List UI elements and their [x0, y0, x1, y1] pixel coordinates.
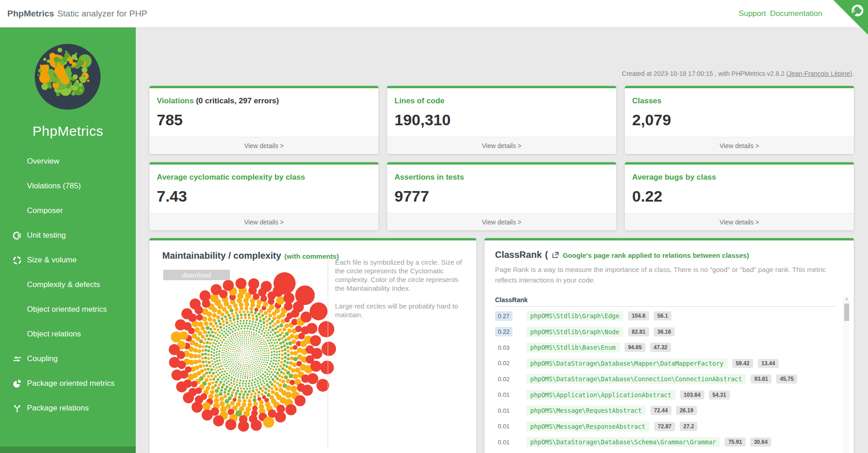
- table-row[interactable]: 0.27 phpOMS\Stdlib\Graph\Edge 104.6 56.1: [495, 308, 843, 324]
- classrank-subtitle-link[interactable]: Google's page rank applied to relations …: [563, 251, 749, 259]
- stat-card-title-row: Violations (0 criticals, 297 errors): [149, 88, 378, 106]
- created-at-line: Created at 2023-10-18 17:00:15 , with PH…: [622, 70, 854, 77]
- stat-card-title-row: Average cyclomatic complexity by class: [149, 165, 378, 182]
- view-details-link[interactable]: View details >: [625, 137, 854, 154]
- view-details-link[interactable]: View details >: [625, 213, 854, 230]
- classrank-value: 0.02: [495, 374, 512, 384]
- author-link[interactable]: Jean-François Lépine: [788, 70, 850, 77]
- maintainability-panel: Maintainability / complexity (with comme…: [149, 238, 476, 453]
- classrank-value: 0.01: [495, 437, 512, 447]
- class-name-link[interactable]: phpOMS\Stdlib\Graph\Edge: [526, 311, 623, 321]
- view-details-link[interactable]: View details >: [387, 137, 616, 154]
- sidebar-item[interactable]: Composer: [0, 198, 136, 223]
- sidebar-item[interactable]: Coupling: [0, 346, 136, 371]
- scrollbar-thumb[interactable]: [844, 304, 849, 321]
- stat-card-title-row: Average bugs by class: [625, 165, 854, 182]
- class-name-link[interactable]: phpOMS\Message\ResponseAbstract: [526, 421, 650, 432]
- table-row[interactable]: 0.02 phpOMS\DataStorage\Database\Connect…: [495, 371, 843, 387]
- stat-card-title: Violations: [157, 96, 194, 105]
- view-details-link[interactable]: View details >: [387, 213, 616, 230]
- classrank-column-header: ClassRank: [495, 296, 836, 307]
- coupling-icon: [12, 354, 27, 364]
- maintainability-title-row: Maintainability / complexity (with comme…: [162, 250, 339, 261]
- classrank-value: 0.02: [495, 358, 512, 368]
- sidebar-item[interactable]: Unit testing: [0, 223, 136, 248]
- view-details-link[interactable]: View details >: [149, 137, 378, 154]
- scrollbar-up-arrow[interactable]: ∧: [844, 295, 850, 303]
- table-row[interactable]: 0.01 phpOMS\Application\ApplicationAbstr…: [495, 387, 843, 403]
- stat-card-title-row: Classes: [625, 88, 854, 106]
- table-row[interactable]: 0.01 phpOMS\Message\RequestAbstract 72.4…: [495, 403, 843, 419]
- maintainability-bubble-chart[interactable]: [149, 263, 351, 453]
- download-button[interactable]: download: [163, 270, 230, 280]
- sidebar-item[interactable]: Object oriented metrics: [0, 297, 136, 322]
- class-name-link[interactable]: phpOMS\DataStorage\Database\Connection\C…: [526, 374, 746, 384]
- maintainability-title: Maintainability / complexity: [162, 250, 281, 261]
- stat-card-title: Average bugs by class: [632, 173, 716, 181]
- stat-card: Average bugs by class 0.22 View details …: [625, 162, 854, 230]
- sidebar-item[interactable]: Package oriented metrics: [0, 371, 136, 396]
- stat-card-title-row: Lines of code: [387, 88, 616, 106]
- app-title: PhpMetrics: [7, 9, 54, 19]
- documentation-link[interactable]: Documentation: [770, 9, 822, 18]
- stat-card: Average cyclomatic complexity by class 7…: [149, 162, 378, 230]
- table-row[interactable]: 0.22 phpOMS\Stdlib\Graph\Node 82.81 36.1…: [495, 324, 843, 340]
- stat-card-title-row: Assertions in tests: [387, 165, 616, 182]
- class-name-link[interactable]: phpOMS\DataStorage\Database\Mapper\DataM…: [526, 358, 728, 368]
- sidebar-item[interactable]: Overview: [0, 149, 136, 174]
- class-name-link[interactable]: phpOMS\Application\ApplicationAbstract: [526, 390, 676, 400]
- table-row[interactable]: 0.01 phpOMS\DataStorage\Database\Builder…: [495, 450, 843, 453]
- size-volume-icon: [12, 255, 27, 265]
- github-corner-ribbon[interactable]: [833, 0, 868, 35]
- stat-card-value: 9777: [387, 182, 616, 205]
- metric-badge-2: 13.44: [758, 359, 779, 368]
- view-details-link[interactable]: View details >: [149, 213, 378, 230]
- classrank-value: 0.01: [495, 390, 512, 400]
- class-name-link[interactable]: phpOMS\Message\RequestAbstract: [526, 405, 646, 416]
- classrank-panel: ClassRank ( Google's page rank applied t…: [485, 238, 854, 453]
- sidebar-item[interactable]: Package relations: [0, 396, 136, 421]
- sidebar-title: PhpMetrics: [0, 123, 136, 139]
- metric-badge-1: 82.81: [628, 327, 649, 336]
- classrank-scrollbar[interactable]: ∧: [843, 295, 849, 453]
- stat-card-title: Lines of code: [394, 96, 445, 105]
- sidebar-footer-strip: [0, 447, 136, 453]
- classrank-table: ClassRank 0.27 phpOMS\Stdlib\Graph\Edge …: [495, 296, 843, 453]
- metric-badge-1: 94.65: [624, 343, 645, 352]
- metric-badge-2: 27.2: [680, 422, 698, 431]
- class-name-link[interactable]: phpOMS\Stdlib\Graph\Node: [526, 327, 623, 337]
- metric-badge-1: 59.42: [732, 359, 753, 368]
- classrank-value: 0.01: [495, 421, 512, 431]
- metric-badge-2: 30.64: [750, 437, 771, 447]
- sidebar-item[interactable]: Violations (785): [0, 174, 136, 198]
- classrank-title: ClassRank: [495, 250, 542, 260]
- table-row[interactable]: 0.01 phpOMS\DataStorage\Database\Schema\…: [495, 434, 843, 450]
- metric-badge-1: 103.64: [680, 390, 704, 400]
- class-name-link[interactable]: phpOMS\DataStorage\Database\Schema\Gramm…: [526, 437, 720, 447]
- stat-card-value: 2,079: [625, 106, 854, 129]
- sidebar-item[interactable]: Complexity & defects: [0, 272, 136, 297]
- stat-card-value: 0.22: [625, 182, 854, 205]
- classrank-description: Page Rank is a way to measure the import…: [495, 264, 842, 285]
- classrank-title-row: ClassRank ( Google's page rank applied t…: [495, 250, 749, 260]
- stat-card: Classes 2,079 View details >: [625, 86, 854, 154]
- support-link[interactable]: Support: [739, 9, 766, 18]
- table-row[interactable]: 0.02 phpOMS\DataStorage\Database\Mapper\…: [495, 356, 843, 372]
- classrank-rows: 0.27 phpOMS\Stdlib\Graph\Edge 104.6 56.1…: [495, 308, 843, 453]
- phpmetrics-logo: [35, 44, 101, 110]
- class-name-link[interactable]: phpOMS\Stdlib\Base\Enum: [526, 342, 620, 352]
- package-oriented-metrics-icon: [12, 378, 27, 389]
- app-brand: PhpMetrics Static analyzer for PHP: [7, 0, 147, 27]
- metric-badge-1: 93.81: [751, 374, 772, 384]
- stat-card-title: Classes: [632, 96, 661, 105]
- metric-badge-2: 45.75: [776, 374, 797, 384]
- table-row[interactable]: 0.03 phpOMS\Stdlib\Base\Enum 94.65 47.32: [495, 340, 843, 356]
- classrank-value: 0.27: [495, 311, 512, 321]
- sidebar-item[interactable]: Object relations: [0, 322, 136, 346]
- classrank-value: 0.01: [495, 406, 512, 416]
- sidebar-item[interactable]: Size & volume: [0, 248, 136, 272]
- metric-badge-1: 75.91: [724, 437, 746, 447]
- table-row[interactable]: 0.01 phpOMS\Message\ResponseAbstract 72.…: [495, 419, 843, 435]
- stat-card-value: 7.43: [149, 182, 378, 205]
- sidebar: PhpMetrics Overview Violations (785) Com…: [0, 27, 136, 453]
